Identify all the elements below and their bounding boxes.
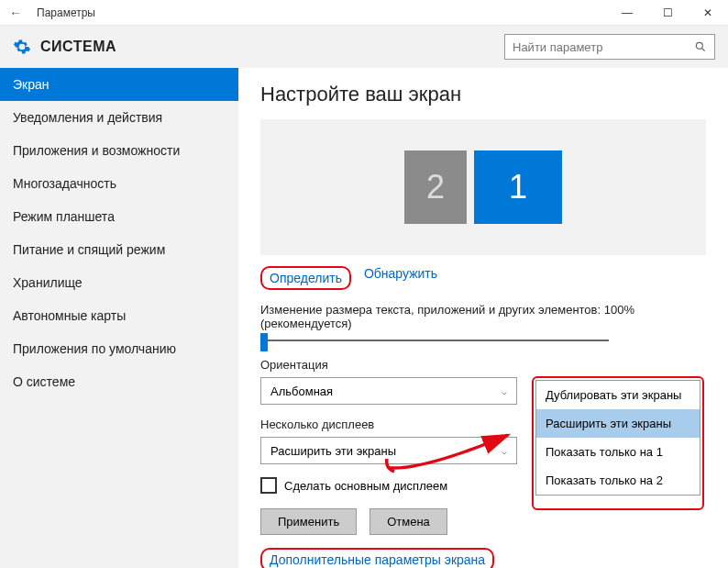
dropdown-opt-duplicate[interactable]: Дублировать эти экраны (536, 381, 700, 409)
sidebar-item-multitasking[interactable]: Многозадачность (0, 167, 238, 200)
apply-button[interactable]: Применить (260, 508, 357, 535)
chevron-down-icon: ⌵ (502, 386, 507, 396)
sidebar-item-notifications[interactable]: Уведомления и действия (0, 101, 238, 134)
svg-point-0 (696, 42, 702, 49)
advanced-highlight: Дополнительные параметры экрана (260, 548, 494, 568)
sidebar: Экран Уведомления и действия Приложения … (0, 68, 238, 568)
search-input[interactable] (513, 40, 694, 54)
svg-line-1 (702, 49, 705, 51)
identify-highlight: Определить (260, 266, 351, 290)
orientation-value: Альбомная (270, 384, 333, 398)
identify-link[interactable]: Определить (270, 271, 342, 285)
back-button[interactable]: ← (9, 6, 31, 20)
monitor-preview[interactable]: 2 1 (260, 119, 706, 255)
sidebar-item-about[interactable]: О системе (0, 365, 238, 398)
multi-display-select[interactable]: Расширить эти экраны ⌵ (260, 437, 517, 464)
slider-thumb[interactable] (260, 333, 268, 351)
dropdown-opt-only2[interactable]: Показать только на 2 (536, 466, 700, 495)
sidebar-item-maps[interactable]: Автономные карты (0, 299, 238, 332)
scale-slider[interactable] (260, 340, 609, 341)
dropdown-opt-extend[interactable]: Расширить эти экраны (536, 409, 700, 438)
multi-display-value: Расширить эти экраны (270, 444, 396, 458)
sidebar-item-apps[interactable]: Приложения и возможности (0, 134, 238, 167)
sidebar-item-tablet[interactable]: Режим планшета (0, 200, 238, 233)
sidebar-item-default-apps[interactable]: Приложения по умолчанию (0, 332, 238, 365)
dropdown-opt-only1[interactable]: Показать только на 1 (536, 438, 700, 466)
minimize-button[interactable]: — (607, 0, 647, 26)
section-title: СИСТЕМА (40, 39, 116, 55)
make-main-checkbox[interactable] (260, 477, 277, 494)
detect-link[interactable]: Обнаружить (364, 266, 437, 290)
make-main-label: Сделать основным дисплеем (284, 479, 447, 493)
orientation-select[interactable]: Альбомная ⌵ (260, 377, 517, 405)
scale-label: Изменение размера текста, приложений и д… (260, 303, 706, 330)
page-title: Настройте ваш экран (260, 83, 706, 106)
orientation-label: Ориентация (260, 358, 706, 372)
sidebar-item-storage[interactable]: Хранилище (0, 266, 238, 299)
chevron-down-icon: ⌵ (502, 446, 507, 456)
cancel-button[interactable]: Отмена (370, 508, 447, 535)
search-box[interactable] (504, 34, 715, 60)
monitor-2[interactable]: 2 (404, 150, 467, 224)
multi-display-dropdown[interactable]: Дублировать эти экраны Расширить эти экр… (535, 380, 700, 496)
sidebar-item-power[interactable]: Питание и спящий режим (0, 233, 238, 266)
window-title: Параметры (37, 6, 95, 19)
gear-icon (13, 38, 31, 56)
search-icon (694, 40, 707, 53)
advanced-link[interactable]: Дополнительные параметры экрана (270, 552, 485, 567)
close-button[interactable]: ✕ (688, 0, 728, 26)
maximize-button[interactable]: ☐ (647, 0, 688, 26)
monitor-1[interactable]: 1 (474, 150, 562, 224)
sidebar-item-display[interactable]: Экран (0, 68, 238, 101)
